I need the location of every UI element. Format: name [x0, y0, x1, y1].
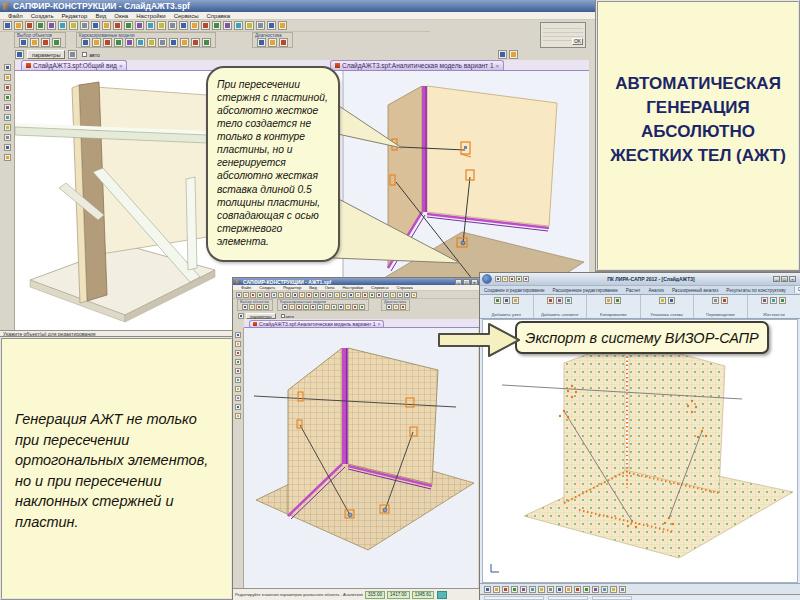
side-frame-select-icon[interactable]	[4, 74, 11, 81]
mod-axis-icon[interactable]	[158, 38, 167, 47]
diag-repair-icon[interactable]	[268, 38, 277, 47]
minimize-button[interactable]: –	[455, 279, 462, 285]
pointer-icon[interactable]	[15, 50, 24, 59]
pack-scheme-icon[interactable]	[659, 297, 666, 304]
lira-canvas[interactable]	[482, 319, 798, 583]
tb1-undo-icon[interactable]	[91, 21, 100, 30]
s-tb1-pan-icon[interactable]	[341, 292, 347, 298]
mod-grid-icon[interactable]	[169, 38, 178, 47]
lb-z-view-icon[interactable]	[610, 586, 617, 593]
s-tb1-view-iso-icon[interactable]	[369, 292, 375, 298]
s-tb1-import-icon[interactable]	[257, 292, 263, 298]
tb1-wireframe-icon[interactable]	[223, 21, 232, 30]
s-mod-grid-icon[interactable]	[338, 304, 344, 310]
r3-snap-icon[interactable]	[498, 50, 507, 59]
side-settings-icon[interactable]	[4, 134, 11, 141]
s-mod-wall-icon[interactable]	[282, 304, 288, 310]
small-group-selection[interactable]: Выбор объектов	[237, 299, 273, 311]
coord-x-box[interactable]: 315.00	[365, 591, 385, 599]
s-mod-dimension-icon[interactable]	[359, 304, 365, 310]
ribbon-tab-adv-analysis[interactable]: Расширенный анализ	[668, 287, 722, 294]
tb1-view-top-icon[interactable]	[201, 21, 210, 30]
s-tb1-zoom-in-icon[interactable]	[320, 292, 326, 298]
ok-button[interactable]: OK	[572, 38, 583, 45]
tb1-delete-icon[interactable]	[80, 21, 89, 30]
small-toolbar-standard[interactable]	[233, 291, 480, 299]
ribbon-tab-create[interactable]: Создание и редактирование	[480, 287, 549, 294]
lb-select-poly-icon[interactable]	[502, 586, 509, 593]
tb1-view-front-icon[interactable]	[190, 21, 199, 30]
node-list-icon[interactable]	[503, 297, 510, 304]
s-tb1-print-icon[interactable]	[306, 292, 312, 298]
main-menubar[interactable]: ФайлСоздатьРедакторВидОкнаНастройкиСерви…	[0, 12, 595, 20]
tb1-shaded-icon[interactable]	[234, 21, 243, 30]
lb-pan-icon[interactable]	[547, 586, 554, 593]
qa-print-icon[interactable]	[523, 276, 529, 282]
assign-icon[interactable]	[779, 297, 786, 304]
s-side-light-icon[interactable]	[235, 413, 241, 419]
s-tb1-help-icon[interactable]	[411, 292, 417, 298]
tb1-pan-icon[interactable]	[168, 21, 177, 30]
tab-close-icon[interactable]: ×	[119, 63, 123, 69]
s-mod-roof-icon[interactable]	[317, 304, 323, 310]
node-tool-icon[interactable]	[512, 297, 519, 304]
mini-list-dialog[interactable]: OK	[540, 22, 586, 48]
qa-undo-icon[interactable]	[509, 276, 515, 282]
side-move-icon[interactable]	[4, 84, 11, 91]
lb-select-element-icon[interactable]	[493, 586, 500, 593]
qa-redo-icon[interactable]	[516, 276, 522, 282]
mod-opening-icon[interactable]	[125, 38, 134, 47]
maximize-button[interactable]: □	[781, 276, 788, 282]
s-mod-slab-icon[interactable]	[303, 304, 309, 310]
ribbon-group-add-node[interactable]: Добавить узел	[480, 295, 534, 318]
tab-general-view[interactable]: СлайдАЖТ3.spf:Общий вид ×	[21, 60, 127, 70]
s-tb1-save-icon[interactable]	[250, 292, 256, 298]
tb1-layers-icon[interactable]	[256, 21, 265, 30]
main-menu-item-0[interactable]: Файл	[4, 13, 27, 19]
main-menu-item-7[interactable]: Справка	[203, 13, 235, 19]
lira-bottom-toolbar[interactable]	[480, 583, 800, 594]
ribbon-tab-analysis[interactable]: Анализ	[644, 287, 668, 294]
minimize-button[interactable]: –	[773, 276, 780, 282]
element-tool-icon[interactable]	[565, 297, 572, 304]
side-rotate-icon[interactable]	[4, 94, 11, 101]
s-mod-column-icon[interactable]	[289, 304, 295, 310]
copy-tool-icon[interactable]	[614, 297, 621, 304]
diag-check-model-icon[interactable]	[257, 38, 266, 47]
coord-z-box[interactable]: 1345.61	[412, 591, 435, 599]
s-mod-beam-icon[interactable]	[296, 304, 302, 310]
tb1-zoom-window-icon[interactable]	[124, 21, 133, 30]
copy-scheme-icon[interactable]	[605, 297, 612, 304]
tb1-copy-icon[interactable]	[58, 21, 67, 30]
small-menu-item-2[interactable]: Редактор	[279, 285, 305, 290]
tb1-properties-icon[interactable]	[267, 21, 276, 30]
tb1-zoom-in-icon[interactable]	[135, 21, 144, 30]
coord-y-box[interactable]: 1417.00	[387, 591, 410, 599]
diag-report-icon[interactable]	[279, 38, 288, 47]
s-tb1-zoom-out-icon[interactable]	[327, 292, 333, 298]
pointer-icon[interactable]	[238, 313, 244, 319]
parameters-button[interactable]: параметры	[27, 50, 65, 59]
lb-perspective-icon[interactable]	[619, 586, 626, 593]
lb-zoom-all-icon[interactable]	[574, 586, 581, 593]
s-side-measure-icon[interactable]	[235, 377, 241, 383]
small-titlebar[interactable]: САПФИР-КОНСТРУКЦИИ - АЖТ1.spf – □ ×	[233, 278, 480, 285]
r3-grid-toggle-icon[interactable]	[509, 50, 518, 59]
ribbon-group-move[interactable]: Перемещение	[694, 295, 748, 318]
s-side-render-icon[interactable]	[235, 404, 241, 410]
side-light-icon[interactable]	[4, 154, 11, 161]
add-element-icon[interactable]	[547, 297, 554, 304]
tb1-open-icon[interactable]	[14, 21, 23, 30]
fence-icon[interactable]	[68, 50, 77, 59]
s-tb1-shaded-icon[interactable]	[383, 292, 389, 298]
s-tb1-edges-icon[interactable]	[390, 292, 396, 298]
lb-measure-icon[interactable]	[529, 586, 536, 593]
ribbon-group-copy[interactable]: Копирование	[587, 295, 641, 318]
s-side-move-icon[interactable]	[235, 350, 241, 356]
tb1-redo-icon[interactable]	[102, 21, 111, 30]
tb1-view-iso-icon[interactable]	[212, 21, 221, 30]
small-group-diagnostics[interactable]: Диагностика	[381, 299, 410, 311]
small-canvas[interactable]	[244, 328, 478, 588]
tb1-zoom-out-icon[interactable]	[146, 21, 155, 30]
s-tb1-wireframe-icon[interactable]	[376, 292, 382, 298]
